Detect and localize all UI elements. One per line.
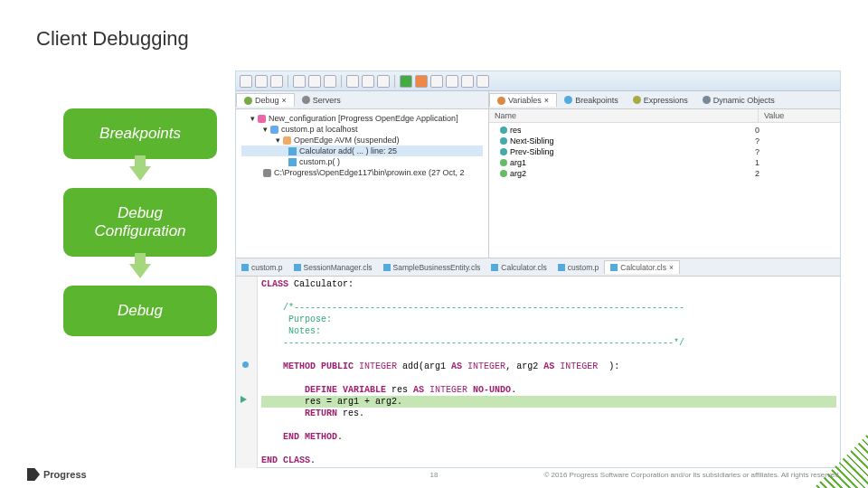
var-row[interactable]: Prev-Sibling?: [493, 146, 836, 157]
toolbar-button[interactable]: [324, 75, 336, 88]
tab-expressions[interactable]: Expressions: [626, 94, 695, 107]
toolbar-button[interactable]: [240, 75, 252, 88]
bug-icon: [244, 97, 252, 105]
tree-label: OpenEdge AVM (suspended): [294, 136, 399, 145]
step-into-button[interactable]: [461, 75, 474, 88]
var-name: Prev-Sibling: [510, 147, 554, 156]
tree-label: New_configuration [Progress OpenEdge App…: [269, 114, 458, 123]
editor-tab[interactable]: Calculator.cls: [486, 261, 552, 274]
debug-tabs: Debug × Servers: [236, 91, 488, 109]
var-value: ?: [755, 147, 836, 156]
var-name: res: [510, 126, 522, 135]
step-out-button[interactable]: [476, 75, 489, 88]
step-over-button[interactable]: [446, 75, 458, 88]
col-value[interactable]: Value: [759, 109, 840, 122]
toolbar-button[interactable]: [377, 75, 390, 88]
tab-label: Variables: [508, 96, 542, 105]
tab-label: custom.p: [568, 263, 599, 272]
process-icon: [270, 126, 278, 134]
tab-dynamic-objects[interactable]: Dynamic Objects: [695, 94, 782, 107]
file-icon: [491, 264, 498, 271]
tab-label: SessionManager.cls: [304, 263, 373, 272]
var-row[interactable]: arg11: [493, 157, 836, 168]
separator: [288, 75, 288, 88]
run-button[interactable]: [400, 75, 412, 88]
tree-row[interactable]: ▾ New_configuration [Progress OpenEdge A…: [241, 113, 483, 124]
tab-variables[interactable]: Variables ×: [489, 93, 557, 107]
stack-frame[interactable]: Calculator add( ... ) line: 25: [241, 145, 483, 156]
tab-debug[interactable]: Debug ×: [236, 93, 295, 107]
gutter[interactable]: [236, 277, 258, 468]
tree-row[interactable]: ▾ custom.p at localhost: [241, 124, 483, 135]
tab-label: Dynamic Objects: [713, 96, 775, 105]
steps-diagram: Breakpoints Debug Configuration Debug: [63, 108, 217, 336]
file-icon: [383, 264, 391, 271]
toolbar-button[interactable]: [362, 75, 374, 88]
toolbar-button[interactable]: [308, 75, 321, 88]
breakpoint-marker[interactable]: [236, 359, 257, 371]
arrow-icon: [129, 166, 151, 181]
editor-tabs: custom.p SessionManager.cls SampleBusine…: [236, 258, 840, 277]
breakpoints-icon: [564, 96, 572, 104]
execution-pointer-icon: [236, 394, 257, 406]
editor-tab[interactable]: custom.p: [236, 261, 288, 274]
vars-header: Name Value: [489, 109, 840, 123]
arrow-icon: [129, 264, 151, 278]
file-icon: [294, 264, 301, 271]
progress-logo: Progress: [27, 468, 87, 481]
tree-label: custom.p( ): [299, 157, 340, 166]
footer: Progress 18 © 2016 Progress Software Cor…: [0, 468, 868, 481]
vars-body: res0 Next-Sibling? Prev-Sibling? arg11 a…: [489, 123, 840, 258]
toolbar-button[interactable]: [346, 75, 359, 88]
var-row[interactable]: Next-Sibling?: [493, 136, 836, 146]
editor-area: custom.p SessionManager.cls SampleBusine…: [236, 258, 840, 468]
current-line: res = arg1 + arg2.: [261, 396, 836, 408]
editor-tab-active[interactable]: Calculator.cls ×: [604, 260, 680, 274]
var-icon: [500, 137, 507, 145]
tab-label: SampleBusinessEntity.cls: [393, 263, 481, 272]
var-row[interactable]: arg22: [493, 168, 836, 179]
debug-panel: Debug × Servers ▾ New_configuration [Pro…: [236, 91, 489, 258]
toolbar: [236, 71, 840, 91]
tab-label: Servers: [313, 96, 341, 105]
editor-tab[interactable]: SessionManager.cls: [288, 261, 378, 274]
var-value: 0: [755, 126, 836, 135]
dynamic-icon: [703, 96, 711, 104]
var-name: Next-Sibling: [510, 136, 554, 145]
var-row[interactable]: res0: [493, 125, 836, 136]
col-name[interactable]: Name: [489, 109, 759, 122]
tree-label: C:\Progress\OpenEdge117\bin\prowin.exe (…: [274, 168, 465, 177]
toolbar-button[interactable]: [430, 75, 443, 88]
tab-label: Calculator.cls: [501, 263, 547, 272]
toolbar-button[interactable]: [293, 75, 306, 88]
toolbar-button[interactable]: [255, 75, 268, 88]
expressions-icon: [633, 96, 641, 104]
var-name: arg1: [510, 158, 526, 167]
toolbar-button[interactable]: [270, 75, 283, 88]
ide-window: Debug × Servers ▾ New_configuration [Pro…: [235, 70, 841, 468]
var-icon: [500, 127, 507, 134]
code-content[interactable]: CLASS Calculator: /*--------------------…: [258, 277, 840, 468]
page-title: Client Debugging: [0, 0, 868, 51]
editor-tab[interactable]: custom.p: [552, 261, 605, 274]
tree-row[interactable]: C:\Progress\OpenEdge117\bin\prowin.exe (…: [241, 167, 483, 178]
file-icon: [610, 264, 618, 271]
debug-tree[interactable]: ▾ New_configuration [Progress OpenEdge A…: [236, 109, 488, 258]
var-value: 2: [755, 169, 836, 178]
tab-breakpoints[interactable]: Breakpoints: [557, 94, 626, 107]
stack-frame[interactable]: custom.p( ): [241, 156, 483, 167]
var-value: 1: [755, 158, 836, 167]
tab-label: Debug: [255, 96, 279, 105]
tab-label: Expressions: [644, 96, 688, 105]
tree-row[interactable]: ▾ OpenEdge AVM (suspended): [241, 135, 483, 145]
code-editor[interactable]: CLASS Calculator: /*--------------------…: [236, 277, 840, 468]
stop-button[interactable]: [415, 75, 428, 88]
separator: [394, 75, 395, 88]
editor-tab[interactable]: SampleBusinessEntity.cls: [378, 261, 486, 274]
logo-text: Progress: [43, 469, 87, 480]
tab-servers[interactable]: Servers: [295, 94, 348, 107]
launch-icon: [258, 115, 266, 123]
step-debug: Debug: [63, 286, 217, 336]
variables-icon: [497, 97, 505, 105]
frame-icon: [288, 147, 297, 155]
